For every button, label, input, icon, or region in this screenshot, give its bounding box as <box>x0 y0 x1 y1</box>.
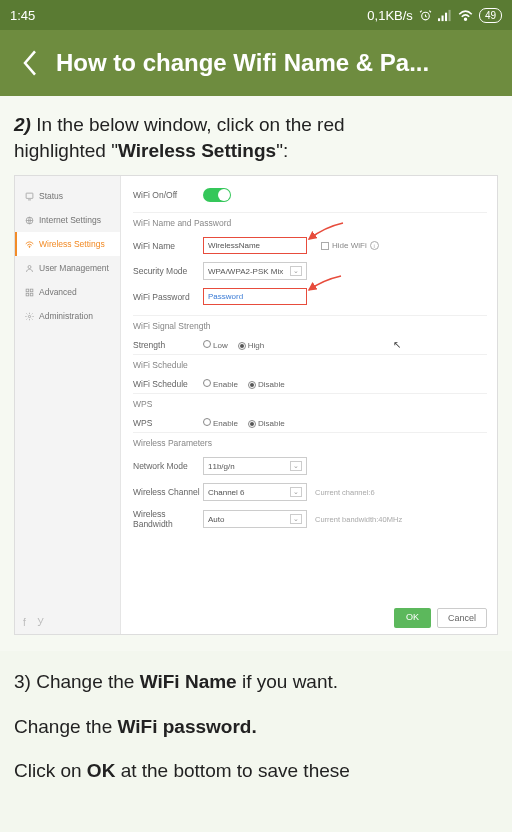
cursor-icon: ↖ <box>393 339 401 350</box>
section-schedule: WiFi Schedule <box>133 354 487 375</box>
sidebar-item-admin[interactable]: Administration <box>15 304 120 328</box>
svg-point-5 <box>464 18 466 20</box>
wifi-password-input[interactable]: Password <box>203 288 307 305</box>
section-params: Wireless Parameters <box>133 432 487 453</box>
appbar: How to change Wifi Name & Pa... <box>0 30 512 96</box>
ok-button[interactable]: OK <box>394 608 431 628</box>
security-mode-select[interactable]: WPA/WPA2-PSK Mix⌄ <box>203 262 307 280</box>
sidebar-item-wireless[interactable]: Wireless Settings <box>15 232 120 256</box>
hide-wifi-option[interactable]: Hide WiFi i <box>321 241 379 250</box>
schedule-disable-radio[interactable]: Disable <box>248 380 285 389</box>
step-5-text: Click on OK at the bottom to save these <box>14 758 498 785</box>
strength-row: Strength Low High ↖ <box>133 336 487 354</box>
channel-row: Wireless Channel Channel 6⌄ Current chan… <box>133 479 487 505</box>
bandwidth-row: Wireless Bandwidth Auto⌄ Current bandwid… <box>133 505 487 533</box>
wifi-password-row: WiFi Password Password <box>133 284 487 309</box>
security-mode-row: Security Mode WPA/WPA2-PSK Mix⌄ <box>133 258 487 284</box>
section-wps: WPS <box>133 393 487 414</box>
article-body: 2) In the below window, click on the red… <box>0 96 512 651</box>
net-speed: 0,1KB/s <box>367 8 413 23</box>
wifi-name-input[interactable]: WirelessName <box>203 237 307 254</box>
svg-rect-11 <box>30 289 33 292</box>
network-mode-select[interactable]: 11b/g/n⌄ <box>203 457 307 475</box>
strength-high-radio[interactable]: High <box>238 341 264 350</box>
page-title: How to change Wifi Name & Pa... <box>56 49 429 77</box>
section-name-password: WiFi Name and Password <box>133 212 487 233</box>
wifi-onoff-row: WiFi On/Off <box>133 184 487 212</box>
svg-rect-1 <box>438 18 440 21</box>
channel-select[interactable]: Channel 6⌄ <box>203 483 307 501</box>
back-button[interactable] <box>12 45 48 81</box>
router-admin-screenshot: Status Internet Settings Wireless Settin… <box>14 175 498 635</box>
chevron-down-icon: ⌄ <box>290 266 302 276</box>
svg-point-14 <box>28 315 30 317</box>
step-3-text: 3) Change the WiFi Name if you want. <box>14 669 498 696</box>
android-statusbar: 1:45 0,1KB/s 49 <box>0 0 512 30</box>
router-main-panel: WiFi On/Off WiFi Name and Password WiFi … <box>121 176 497 634</box>
info-icon[interactable]: i <box>370 241 379 250</box>
svg-rect-10 <box>26 289 29 292</box>
svg-point-8 <box>29 246 30 247</box>
sidebar-item-user[interactable]: User Management <box>15 256 120 280</box>
chevron-down-icon: ⌄ <box>290 461 302 471</box>
svg-rect-2 <box>441 15 443 21</box>
sidebar-item-status[interactable]: Status <box>15 184 120 208</box>
sidebar-item-internet[interactable]: Internet Settings <box>15 208 120 232</box>
social-icons: f У <box>23 617 46 628</box>
router-sidebar: Status Internet Settings Wireless Settin… <box>15 176 121 634</box>
chevron-down-icon: ⌄ <box>290 514 302 524</box>
bandwidth-note: Current bandwidth:40MHz <box>315 515 402 524</box>
hide-wifi-checkbox[interactable] <box>321 242 329 250</box>
svg-point-9 <box>28 265 31 268</box>
wifi-icon <box>458 9 473 22</box>
svg-rect-12 <box>26 293 29 296</box>
strength-low-radio[interactable]: Low <box>203 340 228 350</box>
section-signal: WiFi Signal Strength <box>133 315 487 336</box>
wps-disable-radio[interactable]: Disable <box>248 419 285 428</box>
status-icons: 0,1KB/s 49 <box>367 8 502 23</box>
bandwidth-select[interactable]: Auto⌄ <box>203 510 307 528</box>
channel-note: Current channel:6 <box>315 488 375 497</box>
wifi-toggle[interactable] <box>203 188 231 202</box>
sidebar-item-advanced[interactable]: Advanced <box>15 280 120 304</box>
alarm-icon <box>419 9 432 22</box>
schedule-enable-radio[interactable]: Enable <box>203 379 238 389</box>
signal-icon <box>438 9 452 22</box>
schedule-row: WiFi Schedule Enable Disable <box>133 375 487 393</box>
cancel-button[interactable]: Cancel <box>437 608 487 628</box>
battery-indicator: 49 <box>479 8 502 23</box>
footer-buttons: OK Cancel <box>394 608 487 628</box>
wps-enable-radio[interactable]: Enable <box>203 418 238 428</box>
svg-rect-6 <box>26 193 33 198</box>
step-4-text: Change the WiFi password. <box>14 714 498 741</box>
svg-rect-13 <box>30 293 33 296</box>
wifi-onoff-label: WiFi On/Off <box>133 190 203 200</box>
svg-rect-3 <box>445 12 447 20</box>
network-mode-row: Network Mode 11b/g/n⌄ <box>133 453 487 479</box>
clock: 1:45 <box>10 8 35 23</box>
article-body-continued: 3) Change the WiFi Name if you want. Cha… <box>0 651 512 785</box>
wifi-name-row: WiFi Name WirelessName Hide WiFi i <box>133 233 487 258</box>
chevron-down-icon: ⌄ <box>290 487 302 497</box>
step-2-text: 2) In the below window, click on the red… <box>14 112 498 163</box>
wps-row: WPS Enable Disable <box>133 414 487 432</box>
svg-rect-4 <box>448 9 450 20</box>
